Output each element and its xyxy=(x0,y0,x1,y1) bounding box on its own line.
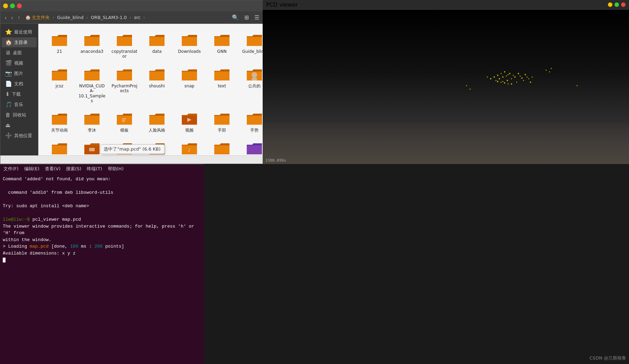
file-item-25[interactable]: ♪ 音乐 xyxy=(174,138,205,155)
svg-rect-19 xyxy=(122,118,126,119)
sidebar-item-home[interactable]: 🏠 主目录 xyxy=(2,37,37,47)
svg-rect-2 xyxy=(117,37,132,46)
downloads-icon: ⬇ xyxy=(5,91,10,97)
file-item-8[interactable]: NVIDIA_CUDA-10.1_Samples xyxy=(76,64,107,106)
terminal-menu-edit[interactable]: 编辑(E) xyxy=(24,166,39,172)
file-item-14[interactable]: 关节动画 xyxy=(44,108,75,135)
file-label-0: 21 xyxy=(57,49,62,54)
file-item-0[interactable]: 21 xyxy=(44,29,75,61)
file-item-1[interactable]: anaconda3 xyxy=(76,29,107,61)
file-icon-22 xyxy=(83,140,101,155)
terminal-menu-view[interactable]: 查看(V) xyxy=(45,166,60,172)
svg-rect-20 xyxy=(122,120,125,121)
breadcrumb-sep-1: › xyxy=(53,15,54,20)
back-button[interactable]: ‹ xyxy=(3,14,8,21)
sidebar-item-downloads[interactable]: ⬇ 下载 xyxy=(2,89,37,99)
maximize-button[interactable] xyxy=(10,3,15,8)
music-icon: 🎵 xyxy=(5,101,12,108)
file-item-4[interactable]: Downloads xyxy=(174,29,205,61)
breadcrumb-orb[interactable]: ORB_SLAM3-1.0 xyxy=(89,14,129,21)
file-item-6[interactable]: Guide_blind xyxy=(239,29,264,61)
recent-icon: ⭐ xyxy=(5,29,12,35)
svg-point-78 xyxy=(518,73,519,74)
svg-point-101 xyxy=(470,89,471,90)
term-line-10: > Loading map.pcd [done, 100 ms : 208 po… xyxy=(3,243,201,250)
sidebar-item-documents[interactable]: 📄 文档 xyxy=(2,79,37,89)
file-item-26[interactable]: 娱乐 xyxy=(206,138,237,155)
sidebar-item-pictures[interactable]: 📷 图片 xyxy=(2,68,37,78)
file-icon-2 xyxy=(115,31,133,48)
grid-view-icon[interactable]: ⊞ xyxy=(242,13,251,22)
terminal-menu-terminal[interactable]: 终端(T) xyxy=(87,166,102,172)
file-item-3[interactable]: data xyxy=(141,29,172,61)
file-item-10[interactable]: shoushi xyxy=(141,64,172,106)
file-item-7[interactable]: jcsz xyxy=(44,64,75,106)
list-view-icon[interactable]: ☰ xyxy=(252,13,261,22)
pcd-titlebar: PCD viewer xyxy=(263,0,629,10)
file-grid: 21 anaconda3 copytranslator data Downloa… xyxy=(44,29,259,155)
file-label-4: Downloads xyxy=(178,49,201,54)
right-bottom-area: CSDN @兰斯格鲁 xyxy=(204,164,629,364)
svg-point-79 xyxy=(520,76,521,77)
breadcrumb-home[interactable]: 🏠 主文件夹 xyxy=(23,14,52,21)
close-button[interactable] xyxy=(17,3,22,8)
svg-point-69 xyxy=(502,76,504,78)
term-line-5: Try: sudo apt install <deb name> xyxy=(3,203,201,210)
forward-button[interactable]: › xyxy=(10,14,15,21)
fm-toolbar-right: 🔍 ⊞ ☰ xyxy=(230,13,261,22)
terminal-menu-search[interactable]: 搜索(S) xyxy=(66,166,81,172)
file-item-15[interactable]: 李沐 xyxy=(76,108,107,135)
terminal-menu-help[interactable]: 帮助(H) xyxy=(108,166,124,172)
term-line-9: within the window. xyxy=(3,237,201,243)
file-item-11[interactable]: snap xyxy=(174,64,205,106)
pcd-close-button[interactable] xyxy=(621,2,626,7)
file-item-18[interactable]: 视频 xyxy=(174,108,205,135)
sidebar-item-eject[interactable]: ⏏ xyxy=(2,120,37,130)
file-item-5[interactable]: GNN xyxy=(206,29,237,61)
breadcrumb-guide[interactable]: Guide_blind xyxy=(55,14,86,21)
sidebar-item-desktop[interactable]: 🖥 桌面 xyxy=(2,48,37,58)
file-label-18: 视频 xyxy=(185,128,194,133)
svg-point-94 xyxy=(530,82,531,83)
svg-point-86 xyxy=(490,78,491,79)
sidebar-item-music[interactable]: 🎵 音乐 xyxy=(2,99,37,109)
file-item-12[interactable]: text xyxy=(206,64,237,106)
sidebar-item-trash[interactable]: 🗑 回收站 xyxy=(2,110,37,120)
home-icon: 🏠 xyxy=(5,39,12,46)
sidebar-item-video[interactable]: 🎬 视频 xyxy=(2,58,37,68)
file-label-13: 公共的 xyxy=(248,84,261,88)
file-item-2[interactable]: copytranslator xyxy=(109,29,140,61)
terminal-content[interactable]: Command 'added' not found, did you mean:… xyxy=(0,173,204,364)
search-icon[interactable]: 🔍 xyxy=(230,13,241,22)
sidebar-item-other[interactable]: ➕ 其他位置 xyxy=(2,131,37,141)
file-item-19[interactable]: 手部 xyxy=(206,108,237,135)
term-line-3: command 'addld' from deb libsword-utils xyxy=(3,189,201,196)
file-item-27[interactable]: 桌面 xyxy=(239,138,264,155)
svg-point-92 xyxy=(497,81,498,82)
fm-sidebar: ⭐ 最近使用 🏠 主目录 🖥 桌面 🎬 视频 📷 图片 📄 文档 xyxy=(0,24,38,155)
file-icon-11 xyxy=(180,66,198,83)
file-item-21[interactable]: 数模 xyxy=(44,138,75,155)
file-icon-4 xyxy=(180,31,198,48)
video-icon: 🎬 xyxy=(5,60,12,66)
pcd-minimize-button[interactable] xyxy=(608,2,612,7)
file-item-17[interactable]: 人脸风格 xyxy=(141,108,172,135)
svg-point-81 xyxy=(523,80,524,81)
up-button[interactable]: ↑ xyxy=(16,14,22,21)
svg-rect-4 xyxy=(182,37,197,46)
svg-rect-26 xyxy=(247,116,262,125)
file-icon-27 xyxy=(245,140,263,155)
pcd-maximize-button[interactable] xyxy=(614,2,619,7)
file-item-20[interactable]: 手势 xyxy=(239,108,264,135)
breadcrumb-src[interactable]: src xyxy=(132,14,143,21)
file-item-9[interactable]: PycharmProjects xyxy=(109,64,140,106)
svg-rect-21 xyxy=(122,121,125,122)
svg-rect-15 xyxy=(252,78,257,80)
file-item-13[interactable]: 公共的 xyxy=(239,64,264,106)
terminal-menu-file[interactable]: 文件(F) xyxy=(3,166,19,172)
pcd-canvas[interactable]: 1308.099s xyxy=(263,10,629,164)
file-item-16[interactable]: 模板 xyxy=(109,108,140,135)
file-label-6: Guide_blind xyxy=(242,49,264,54)
sidebar-item-recent[interactable]: ⭐ 最近使用 xyxy=(2,27,37,37)
minimize-button[interactable] xyxy=(3,3,8,8)
